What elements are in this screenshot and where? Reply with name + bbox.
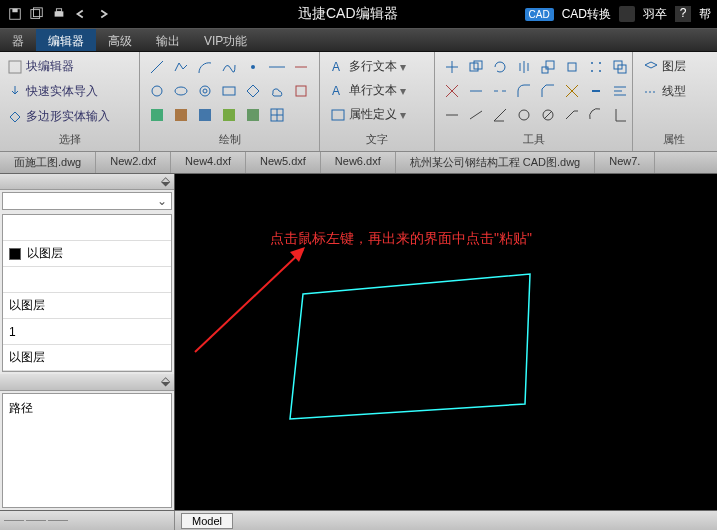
menu-advanced[interactable]: 高级 xyxy=(96,29,144,51)
point-icon[interactable] xyxy=(242,56,264,78)
ribbon: 块编辑器 快速实体导入 多边形实体输入 选择 xyxy=(0,52,717,152)
xline-icon[interactable] xyxy=(266,56,288,78)
svg-line-46 xyxy=(544,111,552,119)
extend-icon[interactable] xyxy=(465,80,487,102)
undo-icon[interactable] xyxy=(72,5,90,23)
quick-access-toolbar xyxy=(0,5,118,23)
multiline-text-button[interactable]: A多行文本▾ xyxy=(326,56,410,77)
list-item[interactable]: 以图层 xyxy=(3,293,171,319)
offset-icon[interactable] xyxy=(609,56,631,78)
tab-0[interactable]: 面施工图.dwg xyxy=(0,152,96,173)
join-icon[interactable] xyxy=(585,80,607,102)
svg-point-36 xyxy=(599,62,601,64)
list-item[interactable] xyxy=(3,267,171,293)
image-icon[interactable] xyxy=(242,104,264,126)
scale-icon[interactable] xyxy=(537,56,559,78)
redo-icon[interactable] xyxy=(94,5,112,23)
menu-editor[interactable]: 编辑器 xyxy=(36,29,96,51)
model-tab[interactable]: Model xyxy=(181,513,233,529)
linetype-button[interactable]: 线型 xyxy=(639,81,690,102)
menu-output[interactable]: 输出 xyxy=(144,29,192,51)
svg-rect-23 xyxy=(247,109,259,121)
list-item[interactable]: 以图层 xyxy=(3,241,171,267)
help-label[interactable]: 帮 xyxy=(699,6,711,23)
dim-arc-icon[interactable] xyxy=(585,104,607,126)
tab-5[interactable]: 杭州某公司钢结构工程 CAD图.dwg xyxy=(396,152,596,173)
save-icon[interactable] xyxy=(6,5,24,23)
dim-linear-icon[interactable] xyxy=(441,104,463,126)
svg-point-38 xyxy=(599,70,601,72)
tab-3[interactable]: New5.dxf xyxy=(246,152,321,173)
print-icon[interactable] xyxy=(50,5,68,23)
arc-icon[interactable] xyxy=(194,56,216,78)
singleline-text-button[interactable]: A单行文本▾ xyxy=(326,80,410,101)
ellipse-icon[interactable] xyxy=(170,80,192,102)
break-icon[interactable] xyxy=(489,80,511,102)
trim-icon[interactable] xyxy=(441,80,463,102)
tab-6[interactable]: New7. xyxy=(595,152,655,173)
region-icon[interactable] xyxy=(290,80,312,102)
rect-icon[interactable] xyxy=(218,80,240,102)
convert-link[interactable]: CAD转换 xyxy=(562,6,611,23)
circle-icon[interactable] xyxy=(146,80,168,102)
boundary-icon[interactable] xyxy=(194,104,216,126)
dim-ord-icon[interactable] xyxy=(609,104,631,126)
pin-icon[interactable]: ⬙ xyxy=(156,174,174,189)
panel-filter-dropdown[interactable] xyxy=(2,192,172,210)
app-title: 迅捷CAD编辑器 xyxy=(298,5,398,23)
donut-icon[interactable] xyxy=(194,80,216,102)
leader-icon[interactable] xyxy=(561,104,583,126)
ribbon-group-select: 块编辑器 快速实体导入 多边形实体输入 选择 xyxy=(0,52,140,151)
tab-2[interactable]: New4.dxf xyxy=(171,152,246,173)
cad-rectangle-shape xyxy=(285,264,545,434)
align-icon[interactable] xyxy=(609,80,631,102)
gradient-icon[interactable] xyxy=(170,104,192,126)
stretch-icon[interactable] xyxy=(561,56,583,78)
main-area: ⬙ 以图层 以图层 1 以图层 ⬙ 路径 点击鼠标左键，再出来的界面中点击"粘贴… xyxy=(0,174,717,510)
explode-icon[interactable] xyxy=(561,80,583,102)
polyline-icon[interactable] xyxy=(170,56,192,78)
tab-1[interactable]: New2.dxf xyxy=(96,152,171,173)
panel-header-2: ⬙ xyxy=(0,374,174,390)
hatch-icon[interactable] xyxy=(146,104,168,126)
layer-button[interactable]: 图层 xyxy=(639,56,690,77)
polygon-input-button[interactable]: 多边形实体输入 xyxy=(6,106,112,127)
menu-vip[interactable]: VIP功能 xyxy=(192,29,259,51)
list-item[interactable] xyxy=(3,215,171,241)
table-icon[interactable] xyxy=(266,104,288,126)
dim-aligned-icon[interactable] xyxy=(465,104,487,126)
menu-qi[interactable]: 器 xyxy=(0,29,36,51)
rotate-icon[interactable] xyxy=(489,56,511,78)
ray-icon[interactable] xyxy=(290,56,312,78)
block-editor-button[interactable]: 块编辑器 xyxy=(6,56,112,77)
dim-angular-icon[interactable] xyxy=(489,104,511,126)
chamfer-icon[interactable] xyxy=(537,80,559,102)
dim-radius-icon[interactable] xyxy=(513,104,535,126)
spline-icon[interactable] xyxy=(218,56,240,78)
drawing-canvas[interactable]: 点击鼠标左键，再出来的界面中点击"粘贴" xyxy=(175,174,717,510)
document-tabs: 面施工图.dwg New2.dxf New4.dxf New5.dxf New6… xyxy=(0,152,717,174)
fillet-icon[interactable] xyxy=(513,80,535,102)
tab-4[interactable]: New6.dxf xyxy=(321,152,396,173)
wipeout-icon[interactable] xyxy=(218,104,240,126)
dim-diameter-icon[interactable] xyxy=(537,104,559,126)
svg-point-14 xyxy=(200,86,210,96)
quick-import-button[interactable]: 快速实体导入 xyxy=(6,81,112,102)
move-icon[interactable] xyxy=(441,56,463,78)
mirror-icon[interactable] xyxy=(513,56,535,78)
svg-rect-19 xyxy=(151,109,163,121)
line-icon[interactable] xyxy=(146,56,168,78)
pin-icon[interactable]: ⬙ xyxy=(156,374,174,389)
list-item[interactable]: 以图层 xyxy=(3,345,171,371)
cloud-icon[interactable] xyxy=(266,80,288,102)
array-icon[interactable] xyxy=(585,56,607,78)
attribute-def-button[interactable]: 属性定义▾ xyxy=(326,104,410,125)
polygon-icon[interactable] xyxy=(242,80,264,102)
copy-icon[interactable] xyxy=(465,56,487,78)
list-item[interactable]: 1 xyxy=(3,319,171,345)
save-all-icon[interactable] xyxy=(28,5,46,23)
help-icon[interactable]: ? xyxy=(675,6,691,22)
user-icon[interactable] xyxy=(619,6,635,22)
user-name[interactable]: 羽卒 xyxy=(643,6,667,23)
svg-point-44 xyxy=(519,110,529,120)
